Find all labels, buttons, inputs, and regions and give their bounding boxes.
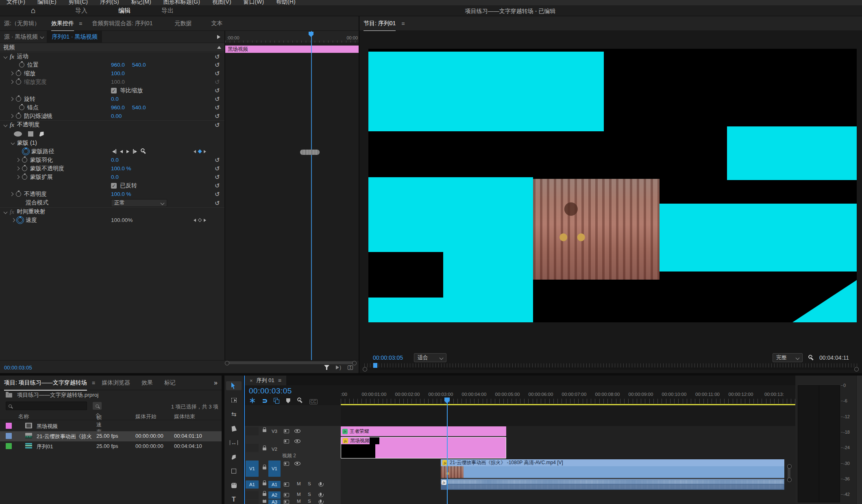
- source-patch-empty[interactable]: [246, 500, 259, 504]
- reset-parameter-icon[interactable]: ↺: [215, 182, 220, 189]
- menu-文件(F)[interactable]: 文件(F): [7, 0, 25, 5]
- track-header-A3[interactable]: A3MS: [245, 500, 341, 504]
- rectangle-mask-icon[interactable]: [28, 131, 33, 137]
- track-visibility-icon[interactable]: [294, 429, 300, 433]
- linked-selection-icon[interactable]: [274, 398, 279, 405]
- mute-button[interactable]: M: [297, 481, 301, 486]
- snap-icon[interactable]: [263, 398, 267, 404]
- effect-controls-timecode[interactable]: 00:00:03:05: [4, 365, 32, 371]
- reset-parameter-icon[interactable]: ↺: [215, 174, 220, 180]
- track-name-V3[interactable]: V3: [268, 428, 281, 435]
- panel-menu-icon[interactable]: ≡: [92, 380, 95, 386]
- ec-row-位置[interactable]: 位置960.0540.0↺: [0, 61, 224, 69]
- menu-剪辑(C)[interactable]: 剪辑(C): [69, 0, 88, 5]
- stopwatch-icon[interactable]: [22, 157, 27, 163]
- previous-keyframe-icon[interactable]: [194, 150, 196, 153]
- track-header-A1[interactable]: A1A1MS: [245, 478, 341, 490]
- chevron-down-icon[interactable]: [4, 54, 8, 59]
- property-value[interactable]: 0.0: [111, 157, 119, 163]
- property-value[interactable]: 100.0: [111, 79, 125, 85]
- menu-序列(S)[interactable]: 序列(S): [100, 0, 119, 5]
- source-patch-empty[interactable]: [246, 491, 259, 499]
- stopwatch-icon[interactable]: [22, 174, 27, 180]
- menu-标记(M)[interactable]: 标记(M): [131, 0, 151, 5]
- track-name-A1[interactable]: A1: [268, 481, 281, 488]
- reset-parameter-icon[interactable]: ↺: [215, 79, 220, 85]
- solo-button[interactable]: S: [308, 481, 311, 486]
- home-icon[interactable]: ⌂: [31, 6, 35, 15]
- tab-project[interactable]: 项目: 项目练习——文字穿越转场: [4, 379, 87, 387]
- tab-effects[interactable]: 效果: [141, 379, 153, 387]
- stopwatch-icon[interactable]: [19, 62, 24, 67]
- timeline-settings-icon[interactable]: [297, 398, 303, 404]
- collapse-icon[interactable]: [217, 46, 221, 49]
- ec-row-已反转[interactable]: ✓已反转↺: [0, 181, 224, 190]
- voiceover-record-icon[interactable]: [320, 482, 322, 485]
- ec-row-蒙版路径[interactable]: 蒙版路径: [0, 147, 224, 156]
- panel-menu-icon[interactable]: ≡: [278, 377, 281, 384]
- blend-mode-select[interactable]: 正常: [111, 199, 167, 207]
- track-name-V2[interactable]: V2: [268, 445, 281, 453]
- stopwatch-icon[interactable]: [22, 166, 27, 171]
- tab-source-monitor[interactable]: 源:（无剪辑）: [4, 20, 40, 27]
- source-clip-label[interactable]: 源 · 黑场视频: [4, 33, 37, 41]
- label-color-swatch[interactable]: [6, 433, 12, 439]
- mask-track-back-icon[interactable]: [120, 150, 123, 153]
- program-scrub-bar[interactable]: [363, 363, 859, 371]
- insert-track-icon[interactable]: [284, 500, 289, 504]
- ec-row-时间重映射[interactable]: fx时间重映射: [0, 207, 224, 216]
- mini-timeline-ruler[interactable]: :00:00 00:00: [225, 31, 359, 43]
- ec-row-速度[interactable]: 速度100.00%: [0, 216, 224, 224]
- property-value[interactable]: 540.0: [132, 62, 146, 68]
- workspace-tab-import[interactable]: 导入: [75, 7, 87, 15]
- tab-audio-clip-mixer[interactable]: 音频剪辑混合器: 序列01: [92, 20, 152, 27]
- ec-row-缩放宽度[interactable]: 缩放宽度100.0↺: [0, 78, 224, 86]
- chevron-right-icon[interactable]: [10, 192, 14, 196]
- filter-properties-icon[interactable]: [324, 365, 329, 370]
- add-keyframe-icon[interactable]: [198, 150, 202, 154]
- ec-row-不透明度[interactable]: fx不透明度↺: [0, 120, 224, 129]
- horizontal-scrollbar[interactable]: [226, 361, 355, 364]
- label-color-swatch[interactable]: [6, 423, 12, 429]
- timeline-clip-v2[interactable]: fx 黑场视频: [341, 437, 506, 458]
- mute-button[interactable]: M: [297, 492, 301, 497]
- previous-keyframe-icon[interactable]: [194, 219, 196, 222]
- property-value[interactable]: 960.0: [111, 104, 125, 111]
- property-value[interactable]: 0.0: [111, 96, 119, 102]
- chevron-right-icon[interactable]: [10, 80, 14, 84]
- checkbox-icon[interactable]: ✓: [111, 88, 117, 93]
- chevron-down-icon[interactable]: [4, 210, 8, 214]
- track-name-A3[interactable]: A3: [268, 500, 281, 504]
- ec-row-锚点[interactable]: 锚点960.0540.0↺: [0, 103, 224, 112]
- reset-parameter-icon[interactable]: ↺: [215, 70, 220, 76]
- reset-parameter-icon[interactable]: ↺: [215, 96, 220, 102]
- stopwatch-icon[interactable]: [17, 217, 23, 223]
- lock-icon[interactable]: [263, 448, 266, 450]
- chevron-right-icon[interactable]: [10, 97, 14, 101]
- close-icon[interactable]: ×: [250, 378, 253, 384]
- search-bin-icon[interactable]: [93, 402, 102, 410]
- vertical-scrollbar[interactable]: [788, 466, 790, 480]
- track-visibility-icon[interactable]: [294, 462, 300, 465]
- next-keyframe-icon[interactable]: [204, 150, 206, 153]
- stopwatch-icon[interactable]: [16, 113, 21, 119]
- tab-effect-controls[interactable]: 效果控件: [51, 20, 74, 27]
- chevron-right-icon[interactable]: [16, 158, 20, 162]
- property-value[interactable]: 100.00%: [111, 217, 133, 223]
- chevron-down-icon[interactable]: [40, 35, 44, 39]
- workspace-tab-export[interactable]: 导出: [161, 7, 174, 15]
- mute-button[interactable]: M: [297, 500, 301, 504]
- lock-icon[interactable]: [263, 429, 266, 432]
- tracking-options-icon[interactable]: [141, 149, 146, 154]
- breadcrumb[interactable]: 项目练习——文字穿越转场.prproj: [17, 391, 98, 399]
- timeline-tab[interactable]: × 序列 01 ≡: [245, 376, 286, 385]
- mask-track-forward-one-icon[interactable]: [133, 149, 137, 154]
- ec-row-不透明度[interactable]: 不透明度100.0 %↺: [0, 190, 224, 198]
- effect-controls-mini-timeline[interactable]: :00:00 00:00 黑场视频: [224, 31, 359, 360]
- track-header-V3[interactable]: V3: [245, 426, 341, 437]
- hand-tool[interactable]: [226, 481, 242, 490]
- pen-mask-icon[interactable]: [38, 130, 45, 138]
- add-marker-icon[interactable]: [286, 398, 290, 404]
- project-item-av-clip[interactable]: 21-云缨故事动画《掠火 25.00 fps 00:00:00:00 00:04…: [0, 431, 222, 441]
- voiceover-record-icon[interactable]: [320, 493, 322, 496]
